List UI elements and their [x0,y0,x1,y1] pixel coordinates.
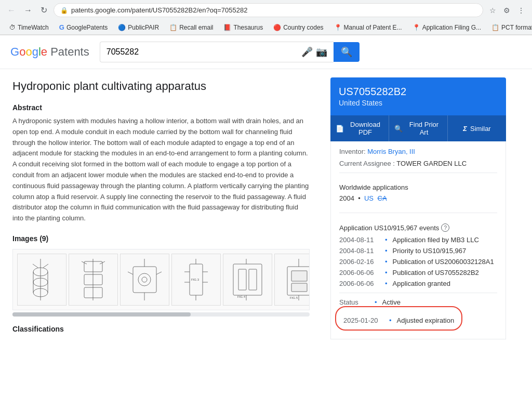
bookmark-timewatch[interactable]: ⏱ TimeWatch [5,22,53,33]
svg-text:FIG.5: FIG.5 [290,296,298,299]
patent-details: Inventor: Morris Bryan, III Current Assi… [330,141,506,339]
svg-rect-29 [233,264,262,295]
find-prior-art-button[interactable]: 🔍 Find Prior Art [389,115,448,141]
back-button[interactable]: ← [5,4,18,17]
event-desc-4: Application granted [393,280,450,287]
patent-id-card: US7055282B2 United States [330,77,506,115]
search-box-container: 🎤 📷 🔍 [100,42,360,62]
microphone-icon[interactable]: 🎤 [301,46,313,58]
reload-button[interactable]: ↻ [38,3,49,17]
recall-email-icon: 📋 [169,24,177,31]
bookmark-google-patents-label: GooglePatents [66,24,108,31]
bookmark-pct-formatting[interactable]: 📋 PCT formatting [487,22,532,33]
search-input-wrapper: 🎤 📷 [100,42,334,62]
svg-rect-39 [291,283,307,292]
help-icon[interactable]: ? [441,223,449,232]
event-date-2: 2006-02-16 [339,258,381,266]
browser-toolbar: ← → ↻ 🔒 patents.google.com/patent/US7055… [0,0,532,20]
main-content: Hydroponic plant cultivating apparatus A… [0,69,322,348]
extensions-button[interactable]: ⚙ [501,4,512,17]
find-prior-art-icon: 🔍 [394,125,403,133]
bookmark-recall-email-label: Recall email [179,24,213,31]
event-dot-3: • [385,269,388,276]
bookmark-public-pair[interactable]: 🔵 PublicPAIR [114,22,163,33]
event-row-4: 2006-06-06 • Application granted [339,280,497,287]
images-section: Images (9) [12,234,310,317]
expiration-value: Adjusted expiration [397,317,455,324]
bookmark-country-codes[interactable]: 🔴 Country codes [269,22,327,33]
bookmark-application-filing[interactable]: 📍 Application Filing G... [408,22,485,33]
patent-image-3[interactable] [120,254,169,306]
google-patents-logo: Google Patents [10,45,89,59]
timewatch-icon: ⏱ [9,24,16,31]
bookmark-timewatch-label: TimeWatch [18,24,49,31]
search-button[interactable]: 🔍 [334,42,360,62]
abstract-heading: Abstract [12,103,310,112]
camera-icon[interactable]: 📷 [316,46,327,58]
expiration-date: 2025-01-20 [343,317,385,324]
logo-e: e [41,45,47,58]
event-desc-1: Priority to US10/915,967 [393,247,467,255]
patent-image-2[interactable] [69,254,118,306]
address-bar[interactable]: 🔒 patents.google.com/patent/US7055282B2/… [54,3,483,17]
event-desc-3: Publication of US7055282B2 [393,269,479,276]
status-label: Status [339,298,370,306]
more-button[interactable]: ⋮ [515,4,527,17]
event-desc-2: Publication of US20060032128A1 [393,258,494,266]
search-header: Google Patents 🎤 📷 🔍 [0,35,532,69]
svg-line-7 [43,264,48,268]
patent-image-1[interactable] [17,254,66,306]
event-date-3: 2006-06-06 [339,269,381,276]
patent-image-6[interactable]: FIG.5 [274,254,310,306]
bookmark-thesaurus[interactable]: 📕 Thesaurus [219,22,267,33]
similar-button[interactable]: Σ Similar [448,115,506,141]
event-date-1: 2004-08-11 [339,247,381,255]
search-input[interactable] [107,47,297,57]
forward-button[interactable]: → [22,4,34,17]
application-filing-icon: 📍 [413,24,420,31]
images-scrollbar[interactable] [12,312,310,317]
manual-patent-icon: 📍 [334,24,342,31]
status-row: Status • Active [339,298,497,306]
bookmark-google-patents[interactable]: G GooglePatents [55,22,112,33]
bookmark-thesaurus-label: Thesaurus [233,24,263,31]
similar-icon: Σ [463,125,467,133]
bookmark-country-codes-label: Country codes [283,24,323,31]
inventor-label: Inventor: [339,148,366,155]
bookmark-public-pair-label: PublicPAIR [128,24,159,31]
worldwide-us-link[interactable]: US [364,194,374,202]
logo-patents: Patents [47,45,89,59]
event-dot-1: • [385,247,388,255]
events-label: Application US10/915,967 events ? [339,223,497,232]
bookmark-recall-email[interactable]: 📋 Recall email [165,22,217,33]
patent-id: US7055282B2 [339,86,498,98]
public-pair-icon: 🔵 [118,24,126,31]
star-button[interactable]: ☆ [487,4,498,17]
worldwide-years: 2004 • US CA [339,194,497,202]
bookmark-manual-patent[interactable]: 📍 Manual of Patent E... [330,22,406,33]
logo-g: G [10,45,19,58]
status-dot: • [375,298,377,306]
inventor-value[interactable]: Morris Bryan, III [367,148,415,155]
expiration-container: 2025-01-20 • Adjusted expiration [339,309,458,327]
logo-g2: g [32,45,38,58]
images-scrollbar-thumb [12,312,191,317]
patent-image-5[interactable]: FIG.4 [223,254,272,306]
worldwide-ca-link[interactable]: CA [378,194,387,202]
browser-chrome: ← → ↻ 🔒 patents.google.com/patent/US7055… [0,0,532,35]
similar-label: Similar [470,125,491,133]
bookmark-application-filing-label: Application Filing G... [422,24,481,31]
event-dot-4: • [385,280,388,287]
status-value: Active [382,298,401,306]
url-text: patents.google.com/patent/US7055282B2/en… [71,6,476,14]
patent-country: United States [339,99,498,107]
svg-text:FIG.4: FIG.4 [237,295,246,298]
divider-2 [339,213,497,213]
lock-icon: 🔒 [60,7,68,14]
download-pdf-button[interactable]: 📄 Download PDF [330,115,389,141]
divider-1 [339,173,497,173]
images-strip: FIG.3 FIG.4 [12,249,310,310]
svg-line-6 [33,264,38,268]
svg-rect-31 [249,269,257,290]
patent-image-4[interactable]: FIG.3 [171,254,221,306]
